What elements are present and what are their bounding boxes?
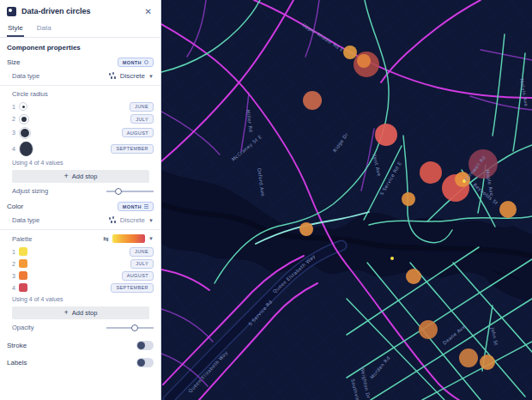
size-data-type-label: Data type xyxy=(12,72,39,80)
month-chip[interactable]: JUNE xyxy=(130,247,154,257)
stop-index: 4 xyxy=(12,146,19,152)
circle-radius-label-row: Circle radius xyxy=(0,88,160,100)
size-field-chip[interactable]: MONTH xyxy=(118,58,154,67)
map-data-circle xyxy=(499,201,517,218)
stop-index: 2 xyxy=(12,261,19,267)
color-row: Color MONTH xyxy=(0,199,160,214)
chevron-down-icon: ▼ xyxy=(148,74,154,79)
component-properties-heading: Component properties xyxy=(0,38,160,55)
stop-index: 3 xyxy=(12,273,19,279)
stop-index: 1 xyxy=(12,249,19,255)
circle-radius-label: Circle radius xyxy=(12,90,48,98)
style-panel: Data-driven circles ✕ Style Data Compone… xyxy=(0,0,161,400)
stroke-toggle[interactable] xyxy=(136,341,154,350)
color-stops-list: 1JUNE2JULY3AUGUST4SEPTEMBER xyxy=(0,245,160,294)
month-chip[interactable]: AUGUST xyxy=(122,128,154,137)
size-label: Size xyxy=(7,58,21,66)
color-data-type-row: Data type Discrete ▼ xyxy=(0,214,160,227)
component-icon xyxy=(7,7,16,16)
stroke-label: Stroke xyxy=(7,342,27,349)
discrete-icon xyxy=(109,72,117,80)
month-chip[interactable]: SEPTEMBER xyxy=(111,144,154,154)
size-data-type-dropdown[interactable]: Discrete ▼ xyxy=(109,72,154,80)
color-label: Color xyxy=(7,203,23,210)
stop-index: 2 xyxy=(12,116,19,122)
size-usage-note: Using 4 of 4 values xyxy=(0,157,160,167)
month-chip[interactable]: SEPTEMBER xyxy=(111,283,154,293)
opacity-slider[interactable] xyxy=(106,324,154,331)
color-swatch[interactable] xyxy=(19,259,27,268)
panel-title: Data-driven circles xyxy=(21,7,143,15)
map-data-circle xyxy=(299,222,313,236)
adjust-sizing-row: Adjust sizing xyxy=(0,185,160,197)
month-chip[interactable]: JULY xyxy=(130,259,154,269)
radius-preview[interactable] xyxy=(19,102,27,111)
opacity-row: Opacity xyxy=(0,321,160,334)
slider-handle[interactable] xyxy=(115,188,122,195)
divider xyxy=(0,85,160,86)
tab-data[interactable]: Data xyxy=(36,22,52,37)
radius-preview[interactable] xyxy=(19,114,29,124)
map-svg: Upper Middle Rd EMiller RdMcCraney St EO… xyxy=(161,0,532,400)
color-stop-row: 4SEPTEMBER xyxy=(0,282,160,294)
map-data-circle xyxy=(343,45,357,59)
size-stop-row: 3AUGUST xyxy=(0,125,160,140)
app-window: Data-driven circles ✕ Style Data Compone… xyxy=(0,0,532,400)
month-chip[interactable]: JULY xyxy=(130,114,154,124)
map-data-circle xyxy=(390,257,394,260)
plus-icon: + xyxy=(64,309,69,317)
size-stop-row: 1JUNE xyxy=(0,100,160,112)
adjust-sizing-label: Adjust sizing xyxy=(12,187,48,195)
field-type-icon xyxy=(144,204,148,209)
map-data-circle xyxy=(459,348,478,367)
map-data-circle xyxy=(303,91,322,110)
adjust-sizing-slider[interactable] xyxy=(106,187,154,195)
color-data-type-label: Data type xyxy=(12,216,39,224)
map-data-circle xyxy=(375,124,397,146)
size-row: Size MONTH xyxy=(0,55,160,70)
field-info-icon xyxy=(144,60,148,64)
plus-icon: + xyxy=(64,173,69,180)
map-data-circle xyxy=(357,54,371,68)
palette-label: Palette xyxy=(12,235,32,243)
opacity-label: Opacity xyxy=(12,324,33,331)
color-swatch[interactable] xyxy=(19,247,27,256)
slider-handle[interactable] xyxy=(131,324,138,331)
palette-gradient-swatch[interactable] xyxy=(112,234,145,243)
radius-preview[interactable] xyxy=(19,127,31,139)
color-field-chip[interactable]: MONTH xyxy=(118,202,154,211)
labels-toggle[interactable] xyxy=(136,358,154,367)
stop-index: 3 xyxy=(12,130,19,136)
month-chip[interactable]: AUGUST xyxy=(122,271,154,281)
panel-tabs: Style Data xyxy=(0,22,160,38)
chevron-down-icon[interactable]: ▼ xyxy=(148,236,154,241)
map-data-circle xyxy=(402,192,415,206)
size-stop-row: 4SEPTEMBER xyxy=(0,140,160,157)
map-data-circle xyxy=(406,269,421,284)
map-canvas[interactable]: Upper Middle Rd EMiller RdMcCraney St EO… xyxy=(161,0,532,400)
labels-row: Labels xyxy=(0,355,160,370)
color-stop-row: 1JUNE xyxy=(0,245,160,258)
color-swatch[interactable] xyxy=(19,283,27,292)
radius-preview[interactable] xyxy=(19,142,33,156)
panel-header: Data-driven circles ✕ xyxy=(0,0,160,22)
size-stop-row: 2JULY xyxy=(0,112,160,125)
color-data-type-dropdown[interactable]: Discrete ▼ xyxy=(109,216,154,224)
size-add-stop-button[interactable]: + Add stop xyxy=(12,170,149,183)
tab-style[interactable]: Style xyxy=(7,22,24,37)
map-data-circle xyxy=(480,355,495,370)
chevron-down-icon: ▼ xyxy=(148,218,154,223)
reverse-palette-icon[interactable]: ⇆ xyxy=(103,235,109,243)
month-chip[interactable]: JUNE xyxy=(130,102,154,112)
discrete-icon xyxy=(109,216,117,224)
palette-row: Palette ⇆ ▼ xyxy=(0,232,160,245)
map-data-circle xyxy=(419,320,438,339)
stroke-row: Stroke xyxy=(0,338,160,353)
close-icon[interactable]: ✕ xyxy=(143,5,154,18)
color-add-stop-button[interactable]: + Add stop xyxy=(12,306,149,319)
map-data-circle xyxy=(420,161,442,184)
size-stops-list: 1JUNE2JULY3AUGUST4SEPTEMBER xyxy=(0,100,160,157)
color-usage-note: Using 4 of 4 values xyxy=(0,294,160,304)
stop-index: 4 xyxy=(12,285,19,291)
color-swatch[interactable] xyxy=(19,271,27,280)
